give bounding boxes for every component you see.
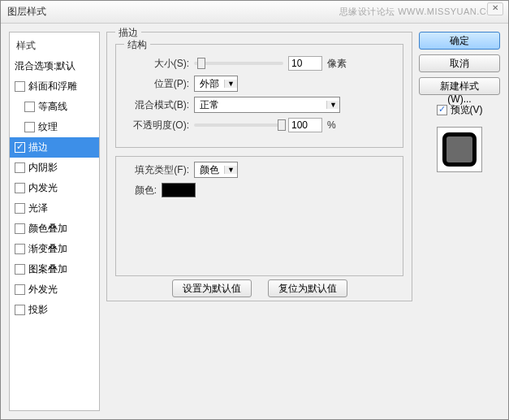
sidebar-item-texture[interactable]: 纹理 [10,117,99,137]
dialog-actions: 确定 取消 新建样式(W)... 预览(V) [419,32,500,411]
sidebar-header: 样式 [10,36,99,56]
fill-type-fieldset: 填充类型(F): 颜色 ▼ 颜色: [115,156,403,276]
fill-type-label: 填充类型(F): [124,163,189,177]
checkbox-icon[interactable] [15,81,25,92]
checkbox-icon[interactable] [15,162,25,173]
checkbox-icon[interactable] [15,305,25,315]
position-label: 位置(P): [124,77,189,91]
ok-button[interactable]: 确定 [419,32,500,50]
sidebar-item-outer-glow[interactable]: 外发光 [10,279,99,300]
sidebar-item-label: 内发光 [28,181,58,195]
checkbox-icon[interactable] [15,142,25,153]
opacity-label: 不透明度(O): [124,119,189,132]
sidebar-item-label: 颜色叠加 [28,222,67,236]
preview-checkbox[interactable] [437,105,447,115]
blend-mode-value: 正常 [195,98,326,112]
fill-type-value: 颜色 [195,163,224,177]
main-panel: 描边 结构 大小(S): 像素 位置(P): 外部 ▼ [106,32,412,411]
sidebar-item-label: 混合选项:默认 [15,59,75,73]
color-swatch[interactable] [162,183,196,197]
size-label: 大小(S): [124,57,189,71]
sidebar-item-gradient-overlay[interactable]: 渐变叠加 [10,239,99,259]
checkbox-icon[interactable] [15,284,25,295]
default-buttons-row: 设置为默认值 复位为默认值 [115,279,403,297]
blend-mode-combobox[interactable]: 正常 ▼ [194,97,340,113]
blend-mode-row: 混合模式(B): 正常 ▼ [124,97,395,113]
sidebar-item-label: 等高线 [38,100,67,114]
size-slider[interactable] [194,62,283,65]
sidebar-item-label: 外发光 [28,283,58,297]
size-unit: 像素 [327,57,347,71]
slider-thumb-icon[interactable] [197,58,205,69]
opacity-unit: % [327,119,336,131]
fill-color-row: 颜色: [124,183,395,197]
checkbox-icon[interactable] [15,223,25,234]
checkbox-icon[interactable] [24,102,35,112]
position-value: 外部 [195,77,224,91]
watermark-text: 思缘设计论坛 WWW.MISSYUAN.COM [339,6,502,18]
sidebar-item-label: 纹理 [38,120,58,134]
sidebar-item-label: 渐变叠加 [28,242,67,256]
sidebar-item-satin[interactable]: 光泽 [10,198,99,219]
checkbox-icon[interactable] [15,264,25,275]
cancel-button[interactable]: 取消 [419,54,500,72]
window-title: 图层样式 [7,5,46,19]
sidebar-item-drop-shadow[interactable]: 投影 [10,300,99,320]
layer-style-dialog: ✕ 图层样式 思缘设计论坛 WWW.MISSYUAN.COM 样式 混合选项:默… [0,0,509,420]
sidebar-item-label: 光泽 [28,201,48,215]
sidebar-item-label: 斜面和浮雕 [28,80,77,93]
sidebar-item-color-overlay[interactable]: 颜色叠加 [10,219,99,239]
sidebar-item-inner-glow[interactable]: 内发光 [10,178,99,198]
checkbox-icon[interactable] [15,203,25,214]
sidebar-blend-options[interactable]: 混合选项:默认 [10,56,99,76]
chevron-down-icon: ▼ [224,80,237,88]
opacity-row: 不透明度(O): % [124,118,395,132]
sidebar-item-bevel[interactable]: 斜面和浮雕 [10,76,99,97]
structure-fieldset: 结构 大小(S): 像素 位置(P): 外部 ▼ [115,44,403,148]
styles-sidebar: 样式 混合选项:默认 斜面和浮雕 等高线 纹理 描边 内阴影 内发光 光泽 颜色… [9,32,100,411]
size-input[interactable] [288,56,322,71]
sidebar-item-stroke[interactable]: 描边 [10,137,99,158]
reset-default-button[interactable]: 复位为默认值 [268,279,347,297]
size-row: 大小(S): 像素 [124,56,395,71]
sidebar-item-label: 描边 [28,141,48,154]
close-button[interactable]: ✕ [487,2,503,15]
position-combobox[interactable]: 外部 ▼ [194,76,238,92]
checkbox-icon[interactable] [15,244,25,254]
blend-mode-label: 混合模式(B): [124,98,189,112]
checkbox-icon[interactable] [15,183,25,193]
opacity-input[interactable] [288,118,322,132]
fill-color-label: 颜色: [124,184,157,197]
sidebar-item-label: 内阴影 [28,161,58,175]
preview-swatch-icon [442,132,477,167]
sidebar-item-pattern-overlay[interactable]: 图案叠加 [10,259,99,279]
sidebar-item-label: 投影 [28,303,48,317]
structure-legend: 结构 [124,38,150,52]
checkbox-icon[interactable] [24,122,35,132]
stroke-fieldset: 描边 结构 大小(S): 像素 位置(P): 外部 ▼ [106,32,412,301]
slider-thumb-icon[interactable] [278,119,286,131]
preview-toggle-row: 预览(V) [419,103,500,117]
new-style-button[interactable]: 新建样式(W)... [419,77,500,95]
preview-thumbnail [437,127,482,172]
set-default-button[interactable]: 设置为默认值 [172,279,252,297]
sidebar-item-contour[interactable]: 等高线 [10,97,99,117]
fill-type-combobox[interactable]: 颜色 ▼ [194,162,238,178]
position-row: 位置(P): 外部 ▼ [124,76,395,92]
chevron-down-icon: ▼ [326,101,339,109]
sidebar-item-label: 图案叠加 [28,262,67,276]
opacity-slider[interactable] [194,123,283,127]
preview-label: 预览(V) [451,103,483,117]
chevron-down-icon: ▼ [224,166,237,174]
sidebar-item-inner-shadow[interactable]: 内阴影 [10,158,99,178]
titlebar: 图层样式 思缘设计论坛 WWW.MISSYUAN.COM [1,1,508,24]
